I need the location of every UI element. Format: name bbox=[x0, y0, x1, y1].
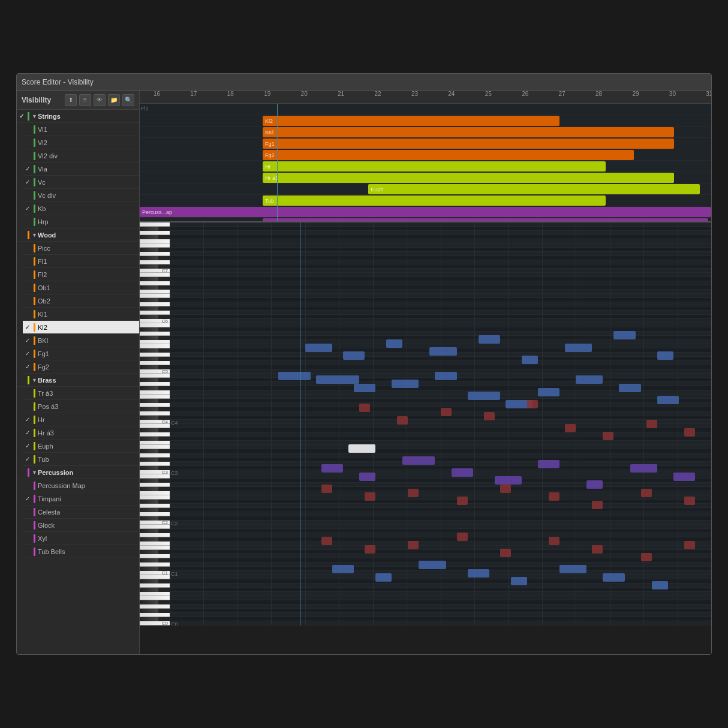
piano-key-G7[interactable] bbox=[140, 239, 170, 243]
piano-key-A#4[interactable] bbox=[140, 378, 158, 382]
track-tub-bells[interactable]: Tub Bells bbox=[23, 545, 139, 558]
track-vl2div[interactable]: Vl2 div bbox=[23, 149, 139, 163]
piano-key-G2[interactable] bbox=[140, 491, 170, 495]
note-41[interactable] bbox=[386, 339, 402, 348]
clip-hr[interactable]: Hr bbox=[263, 161, 606, 172]
piano-key-D0[interactable] bbox=[140, 613, 170, 617]
note-13[interactable] bbox=[441, 408, 452, 416]
note-26[interactable] bbox=[538, 460, 559, 468]
piano-key-A#7[interactable] bbox=[140, 227, 158, 231]
piano-key-E0[interactable] bbox=[140, 604, 170, 609]
piano-key-C#0[interactable] bbox=[140, 617, 158, 621]
piano-key-B0[interactable] bbox=[140, 575, 170, 579]
piano-key-F#5[interactable] bbox=[140, 344, 170, 348]
piano-key-C0[interactable]: C0 bbox=[140, 621, 170, 625]
note-25[interactable] bbox=[495, 476, 522, 485]
piano-key-F#1[interactable] bbox=[140, 546, 170, 550]
track-posa3[interactable]: Pos á3 bbox=[23, 400, 139, 413]
note-47[interactable] bbox=[657, 351, 673, 360]
note-61[interactable] bbox=[511, 577, 527, 585]
note-63[interactable] bbox=[603, 573, 624, 582]
note-51[interactable] bbox=[457, 533, 468, 541]
note-53[interactable] bbox=[549, 537, 559, 545]
hierarchy-button[interactable]: ≡ bbox=[79, 94, 91, 106]
export-button[interactable]: ⬆ bbox=[65, 94, 77, 106]
piano-key-D5[interactable] bbox=[140, 361, 170, 365]
note-39[interactable] bbox=[305, 344, 332, 352]
note-29[interactable] bbox=[673, 473, 695, 481]
clip-euph[interactable]: Euph bbox=[368, 184, 700, 194]
piano-key-C#4[interactable] bbox=[140, 416, 158, 420]
piano-key-B3[interactable] bbox=[140, 424, 170, 428]
note-12[interactable] bbox=[397, 416, 408, 425]
piano-key-F2[interactable] bbox=[140, 500, 158, 504]
note-16[interactable] bbox=[565, 424, 576, 432]
piano-key-D2[interactable] bbox=[140, 512, 170, 516]
clip-percuss[interactable]: Percuss...ap bbox=[140, 207, 711, 217]
piano-key-F6[interactable] bbox=[140, 298, 158, 302]
track-percussion-map[interactable]: Percussion Map bbox=[23, 479, 139, 492]
piano-key-D#0[interactable] bbox=[140, 609, 158, 613]
note-58[interactable] bbox=[375, 573, 392, 582]
piano-key-A#3[interactable] bbox=[140, 428, 158, 432]
piano-key-C#2[interactable] bbox=[140, 516, 158, 521]
note-55[interactable] bbox=[641, 553, 652, 561]
piano-key-E4[interactable] bbox=[140, 403, 170, 407]
piano-key-G#3[interactable] bbox=[140, 437, 158, 441]
piano-key-A5[interactable] bbox=[140, 332, 170, 336]
piano-key-F3[interactable] bbox=[140, 449, 158, 453]
piano-key-E7[interactable] bbox=[140, 252, 170, 256]
clip-fg2[interactable]: Fg2 bbox=[263, 150, 634, 160]
track-xyl[interactable]: Xyl bbox=[23, 532, 139, 545]
piano-key-F5[interactable] bbox=[140, 348, 158, 353]
piano-key-A0[interactable] bbox=[140, 583, 170, 588]
piano-key-B4[interactable] bbox=[140, 374, 170, 378]
piano-key-F#2[interactable] bbox=[140, 495, 170, 500]
piano-key-F#4[interactable] bbox=[140, 395, 170, 399]
note-28[interactable] bbox=[630, 464, 657, 473]
note-23[interactable] bbox=[402, 456, 435, 465]
note-37[interactable] bbox=[641, 489, 652, 497]
track-vcdiv[interactable]: Vc div bbox=[23, 189, 139, 202]
note-18[interactable] bbox=[646, 420, 657, 428]
piano-key-F#3[interactable] bbox=[140, 445, 170, 449]
note-31[interactable] bbox=[365, 492, 375, 501]
track-timpani[interactable]: ✓ Timpani bbox=[23, 492, 139, 506]
piano-key-B7[interactable] bbox=[140, 222, 170, 227]
piano-key-F#0[interactable] bbox=[140, 596, 170, 600]
piano-key-B1[interactable] bbox=[140, 525, 170, 529]
note-42[interactable] bbox=[429, 347, 456, 356]
clip-timpani[interactable]: Timpani bbox=[263, 218, 708, 221]
piano-key-F1[interactable] bbox=[140, 550, 158, 554]
eye-button[interactable]: 👁 bbox=[94, 94, 106, 106]
note-9[interactable] bbox=[619, 384, 640, 392]
piano-key-A#0[interactable] bbox=[140, 579, 158, 583]
piano-key-A#2[interactable] bbox=[140, 479, 158, 483]
piano-key-C6[interactable]: C6 bbox=[140, 319, 170, 323]
piano-key-D7[interactable] bbox=[140, 260, 170, 264]
track-celesta[interactable]: Celesta bbox=[23, 506, 139, 519]
note-area[interactable]: C4C3C2C1C0 bbox=[170, 222, 711, 625]
piano-key-B6[interactable] bbox=[140, 273, 170, 277]
piano-key-C#3[interactable] bbox=[140, 466, 158, 470]
piano-key-C7[interactable]: C7 bbox=[140, 269, 170, 273]
track-fl1[interactable]: Fl1 bbox=[23, 255, 139, 268]
piano-key-A7[interactable] bbox=[140, 231, 170, 235]
group-brass[interactable]: ▼ Brass bbox=[17, 374, 139, 387]
piano-key-B5[interactable] bbox=[140, 323, 170, 327]
group-strings[interactable]: ✓ ▼ Strings bbox=[17, 110, 139, 123]
note-14[interactable] bbox=[484, 412, 495, 420]
group-wood[interactable]: ▼ Wood bbox=[17, 228, 139, 242]
piano-key-G#2[interactable] bbox=[140, 487, 158, 491]
piano-key-C#6[interactable] bbox=[140, 315, 158, 319]
track-kb[interactable]: ✓ Kb bbox=[23, 202, 139, 215]
track-fg2[interactable]: ✓ Fg2 bbox=[23, 360, 139, 374]
note-49[interactable] bbox=[365, 545, 375, 553]
track-ob1[interactable]: Ob1 bbox=[23, 281, 139, 294]
piano-key-D1[interactable] bbox=[140, 562, 170, 567]
piano-key-C5[interactable]: C5 bbox=[140, 369, 170, 374]
track-vl1[interactable]: Vl1 bbox=[23, 123, 139, 136]
track-fl2[interactable]: Fl2 bbox=[23, 268, 139, 281]
note-17[interactable] bbox=[603, 432, 613, 440]
note-27[interactable] bbox=[586, 480, 603, 489]
